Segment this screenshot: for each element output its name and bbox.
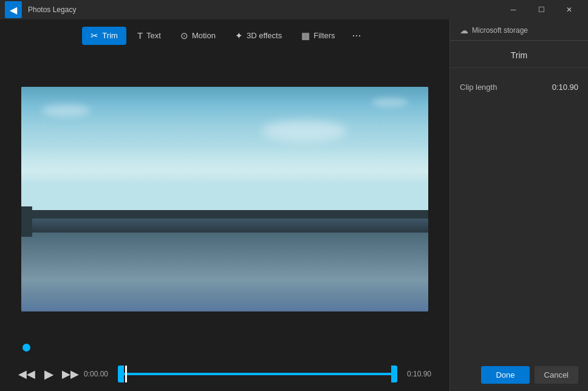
- cloud-decoration-2: [262, 120, 347, 141]
- maximize-button[interactable]: ☐: [527, 0, 555, 19]
- back-button[interactable]: ◀: [5, 1, 22, 18]
- left-panel: ✂ Trim T Text ⊙ Motion ✦ 3D effects ▦ Fi…: [0, 19, 450, 391]
- trim-button[interactable]: ✂ Trim: [82, 27, 126, 45]
- timeline-wrapper[interactable]: [118, 365, 397, 382]
- effects-button[interactable]: ✦ 3D effects: [227, 27, 290, 45]
- current-time: 0:00.00: [84, 370, 113, 378]
- cloud-icon: ☁: [460, 25, 468, 35]
- skip-forward-button[interactable]: ▶▶: [62, 365, 79, 382]
- close-button[interactable]: ✕: [555, 0, 583, 19]
- timeline-track[interactable]: [118, 373, 397, 375]
- right-panel: ☁ Microsoft storage Trim Clip length 0:1…: [450, 19, 588, 391]
- done-button[interactable]: Done: [481, 366, 529, 384]
- playback-controls: ◀◀ ▶ ▶▶ 0:00.00: [18, 365, 431, 382]
- titlebar: ◀ Photos Legacy ─ ☐ ✕: [0, 0, 588, 19]
- more-button[interactable]: ···: [346, 25, 368, 46]
- bridge-support-3: [21, 206, 32, 237]
- playhead-circle[interactable]: [22, 344, 30, 352]
- filters-button[interactable]: ▦ Filters: [293, 27, 343, 45]
- skip-back-icon: ◀◀: [18, 367, 35, 381]
- bridge-structure: [21, 210, 428, 219]
- right-footer: Done Cancel: [450, 359, 588, 391]
- toolbar: ✂ Trim T Text ⊙ Motion ✦ 3D effects ▦ Fi…: [0, 19, 450, 52]
- clip-length-label: Clip length: [460, 83, 497, 92]
- skip-forward-icon: ▶▶: [62, 367, 79, 381]
- video-frame: [21, 87, 428, 311]
- cancel-button[interactable]: Cancel: [535, 366, 578, 384]
- app-title: Photos Legacy: [28, 5, 499, 14]
- player-controls: ◀◀ ▶ ▶▶ 0:00.00: [0, 346, 450, 391]
- main-layout: ✂ Trim T Text ⊙ Motion ✦ 3D effects ▦ Fi…: [0, 19, 588, 391]
- trim-area: [18, 351, 431, 363]
- motion-icon: ⊙: [180, 30, 188, 41]
- clip-length-row: Clip length 0:10.90: [460, 78, 578, 97]
- minimize-button[interactable]: ─: [499, 0, 527, 19]
- back-icon: ◀: [10, 4, 17, 16]
- skip-back-button[interactable]: ◀◀: [18, 365, 35, 382]
- right-panel-header: ☁ Microsoft storage: [450, 19, 588, 41]
- playhead[interactable]: [125, 365, 127, 382]
- filters-icon: ▦: [301, 30, 310, 41]
- effects-icon: ✦: [235, 30, 243, 41]
- window-controls: ─ ☐ ✕: [499, 0, 583, 19]
- clip-length-value: 0:10.90: [552, 83, 578, 92]
- cloud-decoration-1: [42, 104, 91, 117]
- timeline-range: [118, 373, 397, 375]
- motion-button[interactable]: ⊙ Motion: [172, 27, 224, 45]
- section-title: Trim: [450, 41, 588, 68]
- trim-handle-right[interactable]: [391, 365, 397, 382]
- end-time: 0:10.90: [402, 370, 431, 378]
- right-content: Clip length 0:10.90: [450, 68, 588, 359]
- video-area: [0, 52, 450, 346]
- play-pause-button[interactable]: ▶: [40, 365, 57, 382]
- trim-icon: ✂: [91, 30, 98, 41]
- text-icon: T: [137, 30, 143, 41]
- trim-handle-left[interactable]: [118, 365, 124, 382]
- storage-title: Microsoft storage: [472, 26, 528, 35]
- text-button[interactable]: T Text: [129, 27, 169, 44]
- cloud-decoration-3: [372, 98, 408, 107]
- play-icon: ▶: [44, 367, 53, 381]
